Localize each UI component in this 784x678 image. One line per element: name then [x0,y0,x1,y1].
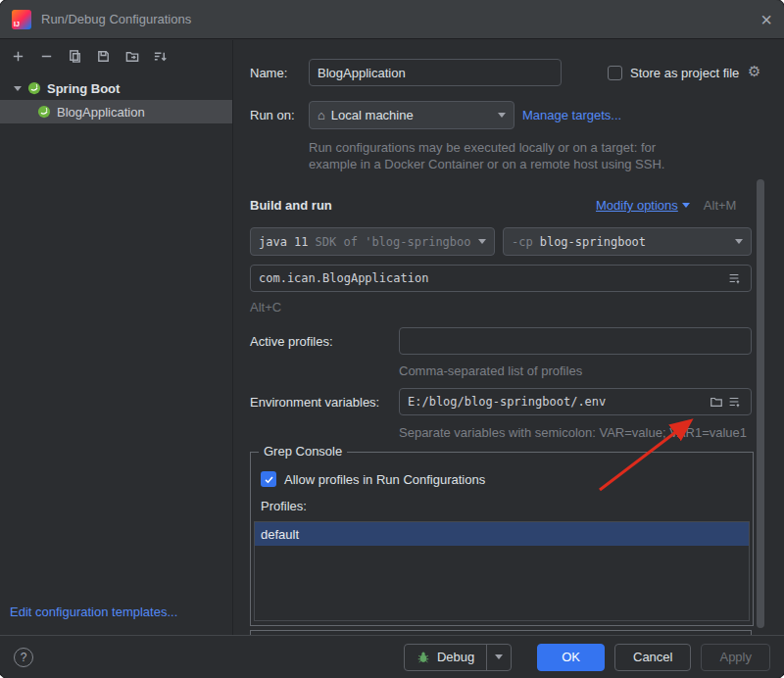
chevron-down-icon [478,239,486,244]
profile-list-item[interactable]: default [255,522,749,546]
local-machine-icon: ⌂ [318,108,325,122]
modify-options-label: Modify options [596,198,678,213]
run-debug-configurations-dialog: IJ Run/Debug Configurations × [0,0,784,678]
name-label: Name: [250,66,287,80]
expand-field-icon[interactable] [725,393,743,411]
debug-bug-icon [416,651,430,664]
add-configuration-icon[interactable] [10,48,26,65]
build-and-run-title: Build and run [250,198,332,213]
modify-options-row: Modify options Alt+M [596,198,736,213]
browse-folder-icon[interactable] [708,393,725,411]
debug-button[interactable]: Debug [405,645,486,670]
sort-configurations-icon[interactable] [152,48,169,65]
active-profiles-help: Comma-separated list of profiles [399,363,582,378]
main-class-input[interactable]: com.ican.BlogApplication [250,265,752,292]
apply-button[interactable]: Apply [701,644,770,671]
store-as-project-file-label: Store as project file [630,66,739,80]
run-on-label: Run on: [250,108,295,122]
allow-profiles-label: Allow profiles in Run Configurations [284,472,485,487]
spring-boot-icon [27,81,41,95]
allow-profiles-checkbox[interactable] [261,471,276,487]
active-profiles-input[interactable] [399,327,752,355]
debug-options-chevron[interactable] [487,645,511,670]
cancel-button[interactable]: Cancel [614,644,691,671]
run-on-value: Local machine [331,108,414,122]
grep-console-group: Grep Console Allow profiles in Run Confi… [250,452,754,626]
run-on-help-line2: example in a Docker Container or on a re… [309,156,664,172]
grep-console-title: Grep Console [259,444,347,459]
profiles-label: Profiles: [261,499,307,513]
name-input[interactable]: BlogApplication [309,59,562,86]
allow-profiles-row: Allow profiles in Run Configurations [261,471,485,487]
store-settings-gear-icon[interactable]: ⚙ [748,63,760,80]
modify-options-link[interactable]: Modify options [596,198,690,213]
titlebar: IJ Run/Debug Configurations × [0,0,784,39]
tree-item-label: BlogApplication [57,105,145,120]
jdk-name: java 11 [259,235,309,249]
save-configuration-icon[interactable] [95,48,112,65]
name-input-value: BlogApplication [318,66,406,80]
expand-field-icon[interactable] [725,269,743,287]
profiles-list: default [254,521,750,621]
run-on-combo[interactable]: ⌂ Local machine [309,101,514,129]
remove-configuration-icon[interactable] [38,48,55,65]
chevron-down-icon [682,203,690,208]
run-on-help-text: Run configurations may be executed local… [309,139,664,172]
tree-group-spring-boot[interactable]: Spring Boot [0,76,232,100]
jdk-detail: SDK of 'blog-springboo [316,235,471,249]
debug-button-label: Debug [437,650,474,664]
spring-boot-run-config-icon [37,105,51,119]
sidebar-toolbar [0,40,232,73]
environment-variables-help: Separate variables with semicolon: VAR=v… [399,425,747,440]
copy-configuration-icon[interactable] [67,48,83,65]
dialog-footer: ? Debug OK Cancel Apply [0,635,784,678]
main-class-shortcut: Alt+C [250,300,281,315]
chevron-down-icon [735,239,743,244]
configurations-sidebar: Spring Boot BlogApplication Edit configu… [0,40,233,635]
chevron-down-icon [498,113,506,118]
cp-value: blog-springboot [540,235,646,249]
jdk-combo[interactable]: java 11 SDK of 'blog-springboo [250,227,495,256]
cp-flag: -cp [512,235,533,249]
environment-variables-input[interactable]: E:/blog/blog-springboot/.env [399,388,752,415]
tree-item-blogapplication[interactable]: BlogApplication [0,100,232,123]
run-on-help-line1: Run configurations may be executed local… [309,139,664,156]
manage-targets-link[interactable]: Manage targets... [522,108,621,122]
configurations-tree: Spring Boot BlogApplication [0,76,232,123]
close-icon[interactable]: × [760,10,772,29]
intellij-logo-icon: IJ [12,10,31,29]
edit-configuration-templates-link[interactable]: Edit configuration templates... [10,605,177,619]
classpath-combo[interactable]: -cp blog-springboot [503,227,752,256]
environment-variables-label: Environment variables: [250,395,379,410]
store-as-project-file-checkbox[interactable] [608,66,622,80]
active-profiles-label: Active profiles: [250,334,333,349]
environment-variables-value: E:/blog/blog-springboot/.env [408,395,606,409]
move-to-folder-icon[interactable] [123,48,140,65]
dialog-title: Run/Debug Configurations [41,12,191,26]
vertical-scrollbar-thumb[interactable] [757,179,764,628]
modify-options-shortcut: Alt+M [704,198,737,213]
ok-button[interactable]: OK [537,644,605,671]
tree-group-label: Spring Boot [47,81,120,96]
chevron-down-icon [14,86,22,91]
debug-split-button[interactable]: Debug [404,644,512,671]
help-icon[interactable]: ? [14,648,33,667]
main-class-value: com.ican.BlogApplication [259,271,428,285]
